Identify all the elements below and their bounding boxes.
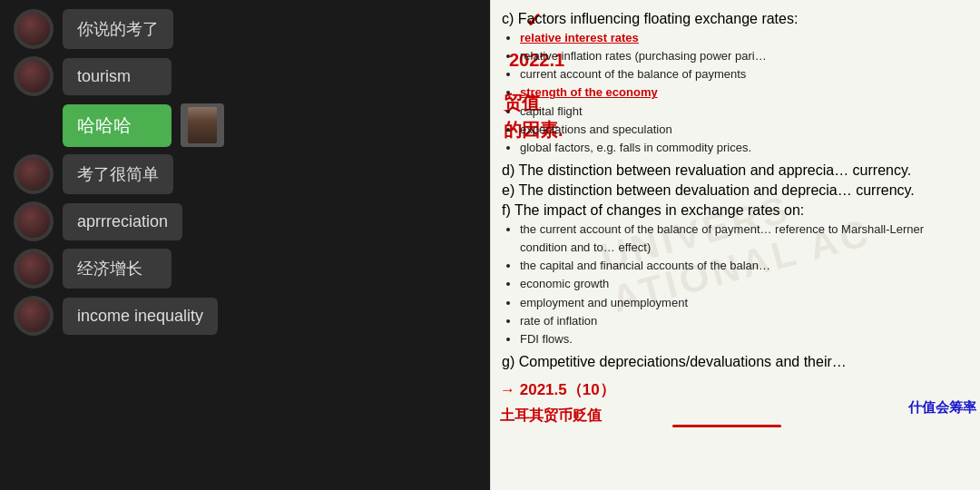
annotation-turkey: 土耳其贸币贬值 bbox=[500, 407, 602, 426]
bullet-economic-growth: economic growth bbox=[520, 275, 965, 293]
avatar-5 bbox=[14, 201, 54, 241]
section-f-list: the current account of the balance of pa… bbox=[502, 220, 965, 348]
annotation-2021: → 2021.5（10） bbox=[500, 379, 615, 400]
chat-message-4: 考了很简单 bbox=[14, 154, 476, 194]
bubble-7: income inequality bbox=[63, 298, 218, 335]
highlight-strength-economy: strength of the economy bbox=[520, 85, 658, 99]
chat-message-2: tourism bbox=[14, 56, 476, 96]
avatar-2 bbox=[14, 56, 54, 96]
section-d-label: d) The distinction between revaluation a… bbox=[502, 162, 965, 179]
highlight-relative-interest: relative interest rates bbox=[520, 31, 639, 44]
bullet-capital-flight: capital flight bbox=[520, 103, 965, 121]
chat-row-special: 哈哈哈 bbox=[63, 103, 476, 147]
bubble-5: aprrreciation bbox=[63, 203, 182, 240]
section-c-label: c) Factors influencing floating exchange… bbox=[502, 11, 965, 27]
avatar-1 bbox=[14, 9, 54, 49]
bubble-1: 你说的考了 bbox=[63, 9, 173, 49]
bubble-green: 哈哈哈 bbox=[63, 104, 172, 147]
bubble-6: 经济增长 bbox=[63, 249, 172, 289]
chat-message-6: 经济增长 bbox=[14, 249, 476, 289]
section-g-label: g) Competitive depreciations/devaluation… bbox=[502, 354, 965, 370]
presenter-image bbox=[181, 103, 224, 147]
bullet-expectations: expectations and speculation bbox=[520, 121, 965, 139]
bullet-global-factors: global factors, e.g. falls in commodity … bbox=[520, 139, 965, 157]
doc-content: c) Factors influencing floating exchange… bbox=[502, 11, 965, 370]
bullet-current-account-f: the current account of the balance of pa… bbox=[520, 220, 965, 257]
bullet-relative-inflation: relative inflation rates (purchasing pow… bbox=[520, 47, 965, 65]
avatar-7 bbox=[14, 296, 54, 336]
avatar-4 bbox=[14, 154, 54, 194]
annotation-blue-right: 什值会筹率 bbox=[908, 399, 976, 416]
chat-panel: 你说的考了 tourism 哈哈哈 考了很简单 aprrreciation 经济… bbox=[0, 0, 490, 490]
chat-message-5: aprrreciation bbox=[14, 201, 476, 241]
bullet-employment: employment and unemployment bbox=[520, 294, 965, 312]
section-c-list: relative interest rates relative inflati… bbox=[502, 29, 965, 157]
section-f-label: f) The impact of changes in exchange rat… bbox=[502, 202, 965, 219]
bullet-strength-economy: strength of the economy bbox=[520, 83, 965, 102]
chat-message-7: income inequality bbox=[14, 296, 476, 336]
bullet-relative-interest: relative interest rates bbox=[520, 29, 965, 47]
bullet-current-account: current account of the balance of paymen… bbox=[520, 65, 965, 83]
bullet-inflation: rate of inflation bbox=[520, 312, 965, 330]
bubble-4: 考了很简单 bbox=[63, 154, 173, 194]
doc-panel: UNIVERSATIONAL AC c) Factors influencing… bbox=[490, 0, 980, 490]
avatar-6 bbox=[14, 249, 54, 289]
annotation-underline bbox=[672, 425, 781, 427]
bullet-fdi: FDI flows. bbox=[520, 330, 965, 348]
bullet-capital-financial: the capital and financial accounts of th… bbox=[520, 257, 965, 275]
bubble-2: tourism bbox=[63, 58, 172, 95]
chat-message-1: 你说的考了 bbox=[14, 9, 476, 49]
section-e-label: e) The distinction between devaluation a… bbox=[502, 182, 965, 199]
